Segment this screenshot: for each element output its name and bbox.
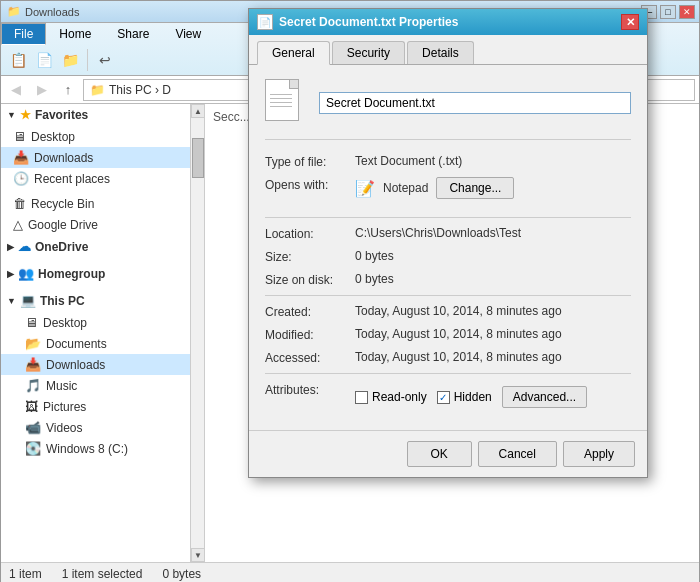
thispc-section: ▼ 💻 This PC 🖥 Desktop 📂 Documents 📥 xyxy=(1,289,190,459)
created-value: Today, August 10, 2014, 8 minutes ago xyxy=(355,304,562,318)
back-button[interactable]: ◀ xyxy=(5,79,27,101)
favorites-header[interactable]: ▼ ★ Favorites xyxy=(1,104,190,126)
forward-button[interactable]: ▶ xyxy=(31,79,53,101)
apply-button[interactable]: Apply xyxy=(563,441,635,467)
attributes-controls: Read-only ✓ Hidden Advanced... xyxy=(355,386,587,408)
explorer-title-icon: 📁 xyxy=(7,5,21,18)
file-icon-paper xyxy=(265,79,299,121)
thispc-header[interactable]: ▼ 💻 This PC xyxy=(1,289,190,312)
scroll-thumb[interactable] xyxy=(192,138,204,178)
attributes-label: Attributes: xyxy=(265,382,355,397)
divider-2 xyxy=(265,295,631,296)
opens-with: 📝 Notepad Change... xyxy=(355,177,514,199)
opens-label: Opens with: xyxy=(265,177,355,192)
location-value: C:\Users\Chris\Downloads\Test xyxy=(355,226,521,240)
homegroup-header[interactable]: ▶ 👥 Homegroup xyxy=(1,262,190,285)
tab-share[interactable]: Share xyxy=(104,23,162,45)
change-button[interactable]: Change... xyxy=(436,177,514,199)
sidebar-item-recent[interactable]: 🕒 Recent places xyxy=(1,168,190,189)
tab-security[interactable]: Security xyxy=(332,41,405,64)
thispc-label: This PC xyxy=(40,294,85,308)
tab-home[interactable]: Home xyxy=(46,23,104,45)
notepad-icon: 📝 xyxy=(355,179,375,198)
size-row: Size: 0 bytes xyxy=(265,249,631,264)
onedrive-header[interactable]: ▶ ☁ OneDrive xyxy=(1,235,190,258)
recent-label: Recent places xyxy=(34,172,110,186)
readonly-checkbox[interactable] xyxy=(355,391,368,404)
sidebar-container: ▼ ★ Favorites 🖥 Desktop 📥 Downloads 🕒 xyxy=(1,104,205,562)
chevron-icon-home: ▶ xyxy=(7,269,14,279)
pictures-label: Pictures xyxy=(43,400,86,414)
disk-value: 0 bytes xyxy=(355,272,394,286)
scroll-up-arrow[interactable]: ▲ xyxy=(191,104,205,118)
ribbon-btn-1[interactable]: 📋 xyxy=(7,49,29,71)
homegroup-section: ▶ 👥 Homegroup xyxy=(1,262,190,285)
hidden-label: Hidden xyxy=(454,390,492,404)
sidebar-item-recycle[interactable]: 🗑 Recycle Bin xyxy=(1,193,190,214)
sidebar-item-drive[interactable]: △ Google Drive xyxy=(1,214,190,235)
pictures-icon: 🖼 xyxy=(25,399,38,414)
onedrive-section: ▶ ☁ OneDrive xyxy=(1,235,190,258)
opens-app: Notepad xyxy=(383,181,428,195)
recycle-icon: 🗑 xyxy=(13,196,26,211)
scroll-down-arrow[interactable]: ▼ xyxy=(191,548,205,562)
up-button[interactable]: ↑ xyxy=(57,79,79,101)
pc-icon: 💻 xyxy=(20,293,36,308)
sidebar-item-videos[interactable]: 📹 Videos xyxy=(1,417,190,438)
titlebar-controls: ─ □ ✕ xyxy=(641,5,695,19)
modified-value: Today, August 10, 2014, 8 minutes ago xyxy=(355,327,562,341)
ribbon-btn-4[interactable]: ↩ xyxy=(94,49,116,71)
sidebar-item-music[interactable]: 🎵 Music xyxy=(1,375,190,396)
tab-general[interactable]: General xyxy=(257,41,330,65)
sidebar-item-downloads-fav[interactable]: 📥 Downloads xyxy=(1,147,190,168)
type-row: Type of file: Text Document (.txt) xyxy=(265,154,631,169)
close-button[interactable]: ✕ xyxy=(679,5,695,19)
cdrive-icon: 💽 xyxy=(25,441,41,456)
location-label: Location: xyxy=(265,226,355,241)
docs-icon: 📂 xyxy=(25,336,41,351)
docs-label: Documents xyxy=(46,337,107,351)
tab-view[interactable]: View xyxy=(162,23,214,45)
star-icon: ★ xyxy=(20,108,31,122)
maximize-button[interactable]: □ xyxy=(660,5,676,19)
desktop-icon: 🖥 xyxy=(13,129,26,144)
videos-icon: 📹 xyxy=(25,420,41,435)
readonly-checkbox-label[interactable]: Read-only xyxy=(355,390,427,404)
sidebar-item-documents[interactable]: 📂 Documents xyxy=(1,333,190,354)
chevron-icon: ▼ xyxy=(7,110,16,120)
chevron-icon-onedrive: ▶ xyxy=(7,242,14,252)
ribbon-btn-3[interactable]: 📁 xyxy=(59,49,81,71)
dialog-close-button[interactable]: ✕ xyxy=(621,14,639,30)
filename-input[interactable] xyxy=(319,92,631,114)
sidebar-scrollbar[interactable]: ▲ ▼ xyxy=(190,104,204,562)
desktop-pc-icon: 🖥 xyxy=(25,315,38,330)
downloads-pc-icon: 📥 xyxy=(25,357,41,372)
dialog-tabs: General Security Details xyxy=(249,35,647,65)
recycle-label: Recycle Bin xyxy=(31,197,94,211)
ribbon-divider xyxy=(87,49,88,71)
cancel-button[interactable]: Cancel xyxy=(478,441,557,467)
ok-button[interactable]: OK xyxy=(407,441,472,467)
sidebar-item-desktop-pc[interactable]: 🖥 Desktop xyxy=(1,312,190,333)
advanced-button[interactable]: Advanced... xyxy=(502,386,587,408)
file-icon-lines xyxy=(270,94,292,110)
onedrive-icon: ☁ xyxy=(18,239,31,254)
onedrive-label: OneDrive xyxy=(35,240,88,254)
chevron-icon-pc: ▼ xyxy=(7,296,16,306)
size-value: 0 bytes xyxy=(355,249,394,263)
accessed-row: Accessed: Today, August 10, 2014, 8 minu… xyxy=(265,350,631,365)
sidebar-item-downloads-pc[interactable]: 📥 Downloads xyxy=(1,354,190,375)
sidebar-item-pictures[interactable]: 🖼 Pictures xyxy=(1,396,190,417)
tab-file[interactable]: File xyxy=(1,23,46,45)
hidden-checkbox-label[interactable]: ✓ Hidden xyxy=(437,390,492,404)
downloads-pc-label: Downloads xyxy=(46,358,105,372)
sidebar: ▼ ★ Favorites 🖥 Desktop 📥 Downloads 🕒 xyxy=(1,104,190,562)
hidden-checkbox[interactable]: ✓ xyxy=(437,391,450,404)
dialog-title-icon: 📄 xyxy=(257,14,273,30)
ribbon-btn-2[interactable]: 📄 xyxy=(33,49,55,71)
sidebar-item-c-drive[interactable]: 💽 Windows 8 (C:) xyxy=(1,438,190,459)
tab-details[interactable]: Details xyxy=(407,41,474,64)
sidebar-item-desktop-fav[interactable]: 🖥 Desktop xyxy=(1,126,190,147)
statusbar: 1 item 1 item selected 0 bytes xyxy=(1,562,699,582)
properties-dialog: 📄 Secret Document.txt Properties ✕ Gener… xyxy=(248,8,648,478)
